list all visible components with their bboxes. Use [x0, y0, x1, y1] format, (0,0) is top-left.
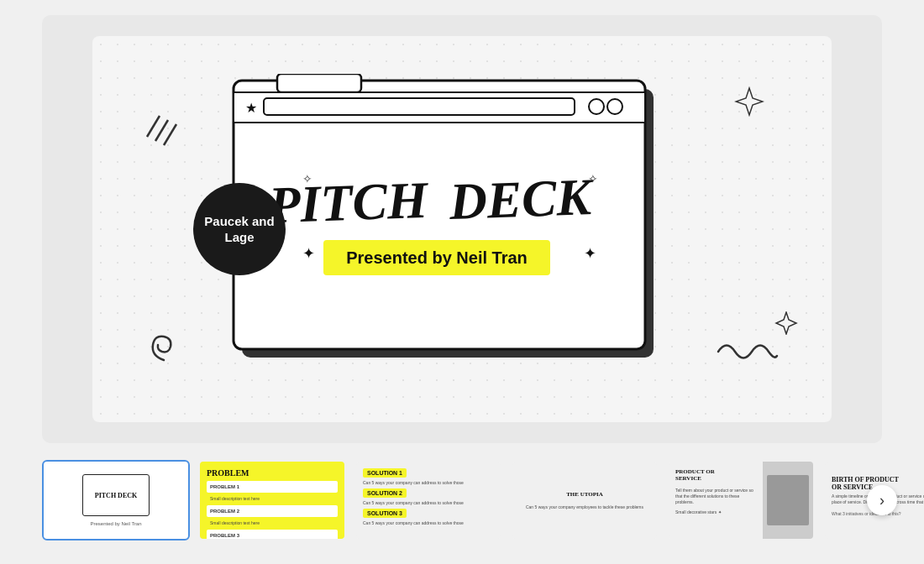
svg-text:PITCH: PITCH: [266, 171, 429, 234]
svg-text:★: ★: [245, 101, 257, 115]
thumb1-browser: PITCH DECK: [82, 474, 150, 516]
thumb3-solution-1: SOLUTION 1: [363, 468, 407, 478]
svg-text:✧: ✧: [588, 172, 598, 185]
thumb2-row-1: PROBLEM 1: [207, 481, 338, 493]
deco-lines-icon: [143, 112, 185, 157]
svg-text:✦: ✦: [302, 245, 315, 262]
svg-rect-8: [264, 98, 575, 115]
thumb2-row-2: PROBLEM 2: [207, 505, 338, 517]
thumbnail-5[interactable]: PRODUCT ORSERVICE Tell them about your p…: [667, 460, 815, 540]
deco-swirl-icon: [143, 326, 185, 372]
thumbnail-strip: PITCH DECK Presented by Neil Tran PROBLE…: [42, 455, 882, 546]
thumb4-desc: Can 5 ways your company employees to tac…: [526, 504, 643, 509]
thumbnail-3[interactable]: SOLUTION 1 Can 5 ways your company can a…: [354, 460, 502, 540]
thumb5-image: [767, 475, 809, 525]
svg-line-0: [147, 116, 160, 137]
thumb3-solution-3: SOLUTION 3: [363, 509, 407, 518]
svg-text:DECK: DECK: [448, 168, 596, 230]
browser-doodle: ★ PITCH DECK Presented by Neil Tran ✦ ✦ …: [227, 74, 697, 384]
svg-line-1: [155, 120, 168, 141]
svg-text:✦: ✦: [584, 245, 596, 262]
deco-curl-icon: [714, 335, 781, 372]
slide-canvas: Paucek and Lage ★: [92, 36, 832, 422]
thumbnail-1[interactable]: PITCH DECK Presented by Neil Tran: [42, 460, 190, 540]
thumb3-solution-2: SOLUTION 2: [363, 488, 407, 498]
author-circle: Paucek and Lage: [193, 183, 286, 275]
next-slide-button[interactable]: ›: [867, 485, 897, 515]
svg-rect-5: [277, 74, 361, 92]
thumb2-row-3: PROBLEM 3: [207, 530, 338, 540]
thumb1-subtitle: Presented by Neil Tran: [90, 521, 141, 526]
main-slide-area: Paucek and Lage ★: [42, 15, 882, 443]
thumb2-section-label: PROBLEM: [207, 468, 338, 478]
thumbnail-2[interactable]: PROBLEM PROBLEM 1 Small description text…: [198, 460, 346, 540]
thumb4-title: THE UTOPIA: [566, 491, 603, 498]
svg-text:✧: ✧: [302, 172, 312, 185]
thumb5-title: PRODUCT ORSERVICE: [675, 468, 756, 482]
svg-text:Presented by Neil Tran: Presented by Neil Tran: [346, 248, 528, 267]
thumbnail-4[interactable]: THE UTOPIA Can 5 ways your company emplo…: [511, 460, 659, 540]
svg-line-2: [164, 124, 176, 145]
deco-diamond-top-right-icon: [734, 86, 764, 120]
